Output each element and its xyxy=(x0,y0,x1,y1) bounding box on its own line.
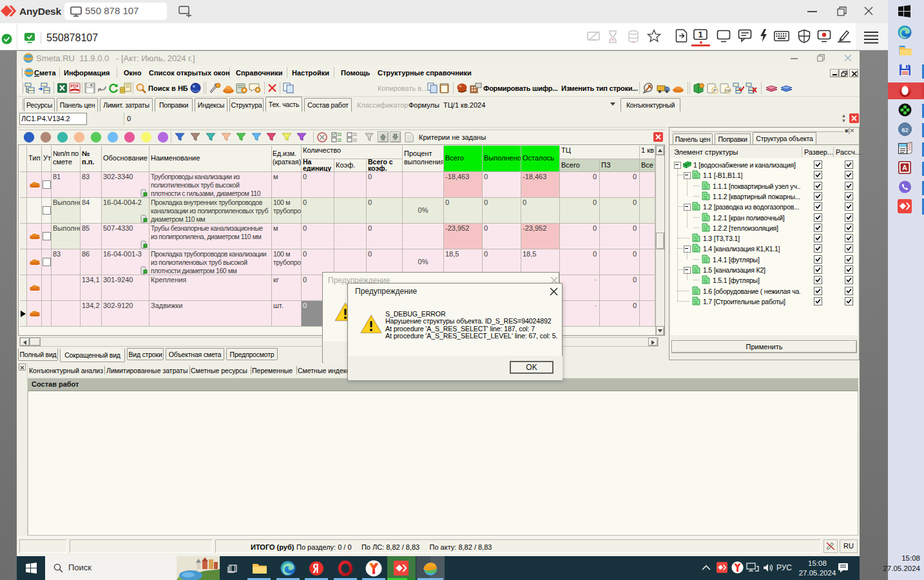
svg-text:A: A xyxy=(902,164,907,171)
svg-text:ПР: ПР xyxy=(725,89,730,93)
svg-text:P: P xyxy=(713,88,717,93)
svg-text:PDF: PDF xyxy=(71,84,79,88)
svg-text:1: 1 xyxy=(698,30,702,39)
svg-text:62: 62 xyxy=(901,126,909,133)
